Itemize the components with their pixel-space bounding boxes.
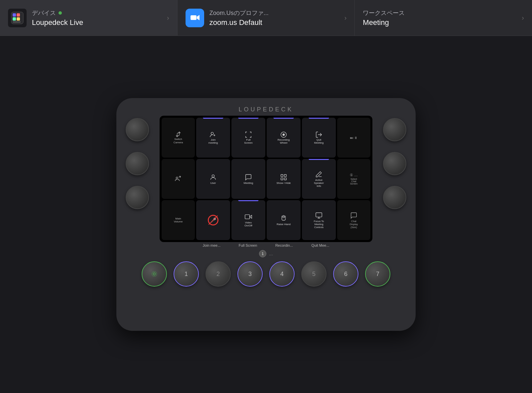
left-knob-2[interactable] (126, 152, 149, 175)
quit-meeting-cell[interactable]: QuitMeeting (302, 118, 336, 158)
right-knob-3[interactable] (383, 186, 406, 209)
chat-display-cell[interactable]: ChatDisplay(Size) (337, 200, 370, 240)
switch-camera-icon (175, 131, 182, 138)
raise-hand-icon (280, 215, 287, 222)
zoom-icon (186, 9, 204, 27)
svg-point-11 (283, 134, 285, 136)
loupedeck-device: Loupedeck (116, 98, 416, 331)
jump-user-cell[interactable]: User (196, 159, 230, 199)
caption-media (339, 243, 372, 247)
focus-meeting-cell[interactable]: Focus ToMeetingControls (302, 200, 336, 240)
right-knob-1[interactable] (383, 118, 406, 141)
join-meeting-cell[interactable]: Joinmeeting (196, 118, 230, 158)
page-badge[interactable]: 1 (259, 250, 266, 257)
main-volume-cell[interactable]: MainVolume (162, 200, 195, 240)
workspace-label: ワークスペース (363, 9, 522, 17)
app-chevron: › (344, 14, 347, 22)
raise-hand-cell[interactable]: Raise Hand (267, 200, 301, 240)
left-knob-3[interactable] (126, 186, 149, 209)
bottom-btn-dot[interactable] (142, 261, 167, 287)
loupedeck-icon (8, 9, 27, 27)
video-onoff-cell[interactable]: VideoOn/Off (231, 200, 265, 240)
svg-point-9 (211, 132, 213, 135)
svg-rect-3 (13, 17, 16, 21)
caption-row: Join mee... Full Screen Recordin... Quit… (160, 243, 372, 247)
svg-rect-18 (284, 178, 286, 180)
bottom-btn-1[interactable]: 1 (174, 261, 199, 287)
app-title: zoom.us Default (209, 18, 344, 27)
caption-quit-meeting: Quit Mee... (303, 243, 338, 247)
svg-rect-21 (316, 212, 322, 217)
pagination: 1 ... (259, 250, 273, 257)
device-label-text: デバイス (32, 9, 56, 17)
quit-icon (315, 131, 323, 138)
right-knobs (383, 118, 406, 209)
recording-icon (280, 131, 287, 138)
left-knob-1[interactable] (126, 118, 149, 141)
page-dots: ... (269, 251, 273, 256)
main-content: Loupedeck (0, 36, 532, 393)
user-icon (209, 174, 217, 181)
caption-full-screen: Full Screen (230, 243, 265, 247)
switch-camera-cell[interactable]: SwitchCamera (162, 118, 195, 158)
active-speaker-cell[interactable]: ActiveSpeakerInfo (302, 159, 336, 199)
bottom-btn-2[interactable]: 2 (205, 261, 231, 287)
left-knobs (126, 118, 149, 209)
chat-display-icon (350, 212, 357, 219)
my-audio-cell[interactable]: 🎤 (196, 200, 230, 240)
focus-icon (315, 212, 323, 219)
svg-rect-16 (284, 174, 286, 176)
svg-point-14 (212, 175, 214, 177)
caption-join-meeting: Join mee... (194, 243, 229, 247)
device-chevron: › (167, 14, 169, 22)
show-hide-cell[interactable]: Show / Hide (267, 159, 301, 199)
chat-icon (245, 174, 252, 181)
screen-grid: SwitchCamera Joinmeeting Ful (160, 116, 372, 242)
dot-icon (151, 271, 158, 277)
device-section-text: デバイス Loupedeck Live (32, 9, 167, 27)
svg-rect-4 (17, 17, 20, 21)
screen: SwitchCamera Joinmeeting Ful (160, 116, 372, 242)
meeting-chat-cell[interactable]: Meeting (231, 159, 265, 199)
fullscreen-icon (245, 131, 252, 138)
jump-to-cell[interactable] (162, 159, 195, 199)
app-section[interactable]: Zoom.Usのプロファ... zoom.us Default › (178, 0, 355, 36)
bottom-btn-5[interactable]: 5 (301, 261, 327, 287)
app-section-text: Zoom.Usのプロファ... zoom.us Default (209, 9, 344, 27)
svg-rect-15 (281, 174, 283, 176)
full-screen-cell[interactable]: FullScreen (231, 118, 265, 158)
bottom-btn-4[interactable]: 4 (269, 261, 295, 287)
top-bar: デバイス Loupedeck Live › Zoom.Usのプロファ... zo… (0, 0, 532, 36)
svg-rect-1 (13, 13, 16, 17)
svg-marker-19 (250, 215, 252, 218)
jump-to-icon (175, 175, 182, 182)
workspace-section-text: ワークスペース Meeting (363, 9, 522, 27)
caption-switch-camera (160, 243, 193, 247)
svg-point-22 (153, 273, 156, 275)
bottom-btn-6[interactable]: 6 (333, 261, 358, 287)
show-hide-icon (280, 174, 287, 181)
workspace-title: Meeting (363, 18, 522, 27)
bottom-btn-7[interactable]: 7 (365, 261, 390, 287)
svg-rect-5 (13, 21, 21, 23)
svg-rect-2 (17, 13, 20, 17)
device-title: Loupedeck Live (32, 18, 167, 27)
svg-point-23 (152, 272, 157, 277)
svg-rect-20 (245, 215, 250, 219)
device-section[interactable]: デバイス Loupedeck Live › (0, 0, 178, 36)
select-chat-screen-cell[interactable]: ① … SelectChatScreen (337, 159, 370, 199)
brand-label: Loupedeck (238, 106, 293, 113)
workspace-section[interactable]: ワークスペース Meeting › (355, 0, 532, 36)
media-control-cell[interactable]: ⏭ ⏸ (337, 118, 370, 158)
workspace-chevron: › (522, 14, 524, 22)
bottom-btn-3[interactable]: 3 (237, 261, 263, 287)
caption-recording: Recordin... (267, 243, 302, 247)
device-label: デバイス (32, 9, 167, 17)
recording-wheel-cell[interactable]: RecordingWheel (267, 118, 301, 158)
svg-rect-7 (191, 15, 197, 20)
app-label: Zoom.Usのプロファ... (209, 9, 344, 17)
right-knob-2[interactable] (383, 152, 406, 175)
svg-rect-17 (281, 178, 283, 180)
mute-icon: 🎤 (208, 215, 218, 225)
online-dot (59, 11, 62, 15)
